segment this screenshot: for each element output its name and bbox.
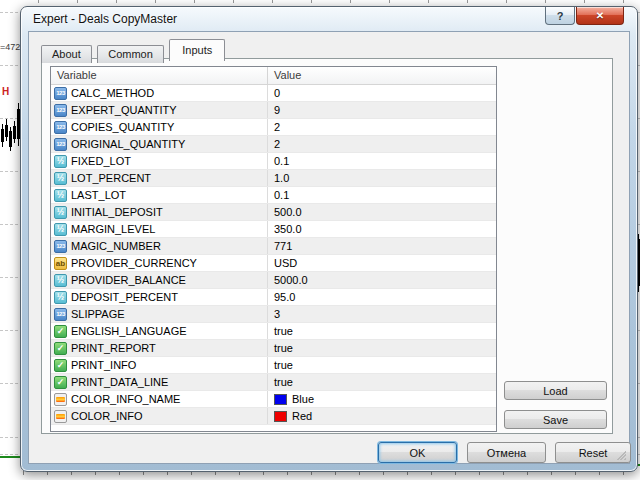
table-row[interactable]: ab PROVIDER_CURRENCY USD	[51, 255, 496, 272]
table-row[interactable]: ✓ ENGLISH_LANGUAGE true	[51, 323, 496, 340]
table-header: Variable Value	[51, 67, 496, 85]
table-row[interactable]: 123 ORIGINAL_QUANTITY 2	[51, 136, 496, 153]
variable-name: LOT_PERCENT	[71, 172, 151, 184]
variable-value: 95.0	[274, 291, 295, 303]
variable-cell: ✓ PRINT_INFO	[51, 357, 268, 373]
variable-cell: 123 COPIES_QUANTITY	[51, 119, 268, 135]
value-cell: USD	[268, 255, 496, 271]
cancel-button[interactable]: Отмена	[467, 442, 546, 463]
variable-cell: ½ MARGIN_LEVEL	[51, 221, 268, 237]
help-icon: ?	[557, 10, 564, 22]
variable-cell: COLOR_INFO_NAME	[51, 391, 268, 407]
variable-name: ENGLISH_LANGUAGE	[71, 325, 187, 337]
bool-type-icon: ✓	[54, 359, 67, 372]
table-row[interactable]: 123 CALC_METHOD 0	[51, 85, 496, 102]
value-cell: 3	[268, 306, 496, 322]
title-bar[interactable]: Expert - Deals CopyMaster ? ✕	[21, 7, 637, 31]
column-header-value[interactable]: Value	[268, 67, 496, 84]
save-button[interactable]: Save	[504, 410, 607, 429]
variable-value: 500.0	[274, 206, 302, 218]
bool-type-icon: ✓	[54, 325, 67, 338]
variable-name: EXPERT_QUANTITY	[71, 104, 177, 116]
value-cell: 95.0	[268, 289, 496, 305]
value-cell: Blue	[268, 391, 496, 407]
value-cell: 2	[268, 136, 496, 152]
tab-inputs[interactable]: Inputs	[169, 39, 225, 61]
table-row[interactable]: ½ INITIAL_DEPOSIT 500.0	[51, 204, 496, 221]
chart-green-line	[0, 456, 21, 458]
tab-common[interactable]: Common	[97, 45, 164, 63]
table-row[interactable]: COLOR_INFO Red	[51, 408, 496, 425]
double-type-icon: ½	[54, 172, 67, 185]
variable-cell: ✓ ENGLISH_LANGUAGE	[51, 323, 268, 339]
variable-value: 0.1	[274, 189, 289, 201]
table-row[interactable]: 123 COPIES_QUANTITY 2	[51, 119, 496, 136]
variable-value: 771	[274, 240, 292, 252]
variable-value: true	[274, 342, 293, 354]
tab-about[interactable]: About	[41, 45, 92, 63]
bool-type-icon: ✓	[54, 376, 67, 389]
resize-grip[interactable]	[615, 449, 626, 460]
table-body: 123 CALC_METHOD 0 123 EXPERT_QUANTITY 9 …	[51, 85, 496, 425]
table-row[interactable]: ✓ PRINT_REPORT true	[51, 340, 496, 357]
int-type-icon: 123	[54, 138, 67, 151]
variable-name: ORIGINAL_QUANTITY	[71, 138, 185, 150]
variable-cell: 123 SLIPPAGE	[51, 306, 268, 322]
table-row[interactable]: COLOR_INFO_NAME Blue	[51, 391, 496, 408]
variable-name: COLOR_INFO_NAME	[71, 393, 180, 405]
table-row[interactable]: ½ PROVIDER_BALANCE 5000.0	[51, 272, 496, 289]
load-button[interactable]: Load	[504, 381, 607, 400]
inputs-table: Variable Value 123 CALC_METHOD 0 123 EXP…	[50, 66, 497, 432]
table-row[interactable]: ½ DEPOSIT_PERCENT 95.0	[51, 289, 496, 306]
candlestick-body	[9, 131, 12, 147]
variable-name: PROVIDER_BALANCE	[71, 274, 186, 286]
color-swatch	[274, 411, 287, 422]
variable-cell: ½ FIXED_LOT	[51, 153, 268, 169]
variable-value: true	[274, 325, 293, 337]
table-row[interactable]: 123 MAGIC_NUMBER 771	[51, 238, 496, 255]
value-cell: true	[268, 374, 496, 390]
candlestick-body	[5, 125, 8, 137]
double-type-icon: ½	[54, 223, 67, 236]
variable-value: true	[274, 359, 293, 371]
variable-cell: 123 CALC_METHOD	[51, 85, 268, 101]
variable-name: INITIAL_DEPOSIT	[71, 206, 163, 218]
variable-value: Red	[292, 410, 312, 422]
chart-top-ticks	[0, 0, 640, 3]
variable-value: 3	[274, 308, 280, 320]
int-type-icon: 123	[54, 121, 67, 134]
candlestick-body	[13, 126, 16, 139]
value-cell: true	[268, 340, 496, 356]
variable-cell: ½ LOT_PERCENT	[51, 170, 268, 186]
help-button[interactable]: ?	[545, 7, 575, 25]
value-cell: 5000.0	[268, 272, 496, 288]
int-type-icon: 123	[54, 308, 67, 321]
table-row[interactable]: ✓ PRINT_DATA_LINE true	[51, 374, 496, 391]
variable-name: LAST_LOT	[71, 189, 126, 201]
close-button[interactable]: ✕	[576, 7, 624, 25]
column-header-variable[interactable]: Variable	[51, 67, 268, 84]
table-row[interactable]: ✓ PRINT_INFO true	[51, 357, 496, 374]
variable-value: 2	[274, 138, 280, 150]
variable-cell: ab PROVIDER_CURRENCY	[51, 255, 268, 271]
ok-button[interactable]: OK	[378, 442, 457, 463]
variable-cell: ½ LAST_LOT	[51, 187, 268, 203]
int-type-icon: 123	[54, 87, 67, 100]
table-row[interactable]: ½ MARGIN_LEVEL 350.0	[51, 221, 496, 238]
variable-name: CALC_METHOD	[71, 87, 154, 99]
chart-high-label: H	[2, 86, 9, 97]
table-row[interactable]: ½ FIXED_LOT 0.1	[51, 153, 496, 170]
table-row[interactable]: 123 EXPERT_QUANTITY 9	[51, 102, 496, 119]
table-row[interactable]: ½ LOT_PERCENT 1.0	[51, 170, 496, 187]
variable-cell: ½ PROVIDER_BALANCE	[51, 272, 268, 288]
color-type-icon	[54, 393, 67, 406]
variable-name: COPIES_QUANTITY	[71, 121, 174, 133]
value-cell: Red	[268, 408, 496, 424]
double-type-icon: ½	[54, 291, 67, 304]
tab-strip: About Common Inputs	[41, 39, 226, 59]
value-cell: 771	[268, 238, 496, 254]
table-row[interactable]: 123 SLIPPAGE 3	[51, 306, 496, 323]
table-row[interactable]: ½ LAST_LOT 0.1	[51, 187, 496, 204]
close-icon: ✕	[596, 10, 604, 21]
chart-price-label: =472	[0, 42, 20, 52]
